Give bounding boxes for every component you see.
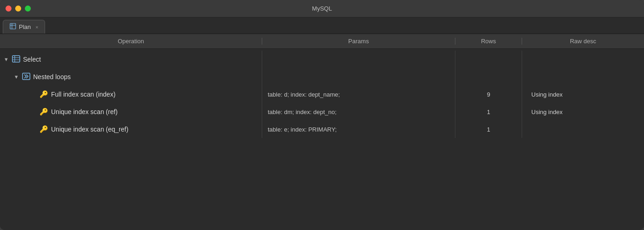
table-row[interactable]: ▼ Select bbox=[0, 51, 644, 68]
unique-ref-label: Unique index scan (ref) bbox=[51, 108, 118, 115]
row-operation-nested: ▼ Nested loops bbox=[0, 68, 262, 86]
row-rawdesc-full-index: Using index bbox=[522, 86, 644, 103]
tree-content: ▼ Select ▼ bbox=[0, 49, 644, 230]
col-header-rows: Rows bbox=[455, 38, 522, 45]
minimize-button[interactable] bbox=[15, 6, 21, 12]
col-header-params: Params bbox=[262, 38, 455, 45]
row-params-unique-ref: table: dm; index: dept_no; bbox=[262, 103, 455, 121]
row-operation-select: ▼ Select bbox=[0, 51, 262, 68]
select-icon bbox=[12, 55, 20, 64]
tab-plan-icon bbox=[10, 23, 16, 31]
row-rawdesc-unique-ref: Using index bbox=[522, 103, 644, 121]
row-params-unique-eqref: table: e; index: PRIMARY; bbox=[262, 121, 455, 138]
expand-arrow-unique-eqref: ▶ bbox=[31, 126, 38, 132]
table-row[interactable]: ▶ 🔑 Full index scan (index) table: d; in… bbox=[0, 86, 644, 103]
row-rawdesc-select bbox=[522, 51, 644, 68]
row-rows-nested bbox=[455, 68, 522, 86]
title-bar: MySQL bbox=[0, 0, 644, 17]
row-rows-select bbox=[455, 51, 522, 68]
expand-arrow-select[interactable]: ▼ bbox=[4, 57, 10, 62]
key-icon-unique-ref: 🔑 bbox=[40, 108, 48, 116]
table-row[interactable]: ▶ 🔑 Unique index scan (eq_ref) table: e;… bbox=[0, 121, 644, 138]
table-row[interactable]: ▶ 🔑 Unique index scan (ref) table: dm; i… bbox=[0, 103, 644, 121]
app-window: MySQL Plan × Operation Params Rows Raw d… bbox=[0, 0, 644, 230]
row-rows-unique-eqref: 1 bbox=[455, 121, 522, 138]
traffic-lights bbox=[6, 6, 31, 12]
nested-loops-icon bbox=[22, 73, 30, 81]
row-params-select bbox=[262, 51, 455, 68]
row-params-nested bbox=[262, 68, 455, 86]
tab-close-icon[interactable]: × bbox=[35, 24, 38, 30]
row-rawdesc-unique-eqref bbox=[522, 121, 644, 138]
column-headers: Operation Params Rows Raw desc bbox=[0, 34, 644, 49]
expand-arrow-nested[interactable]: ▼ bbox=[14, 74, 20, 80]
window-title: MySQL bbox=[312, 5, 332, 12]
svg-rect-3 bbox=[12, 56, 20, 62]
col-header-operation: Operation bbox=[0, 38, 262, 45]
select-label: Select bbox=[23, 56, 41, 63]
row-operation-full-index: ▶ 🔑 Full index scan (index) bbox=[0, 86, 262, 103]
svg-rect-0 bbox=[10, 23, 16, 29]
table-row[interactable]: ▼ Nested loops bbox=[0, 68, 644, 86]
row-rawdesc-nested bbox=[522, 68, 644, 86]
row-operation-unique-eqref: ▶ 🔑 Unique index scan (eq_ref) bbox=[0, 121, 262, 138]
row-operation-unique-ref: ▶ 🔑 Unique index scan (ref) bbox=[0, 103, 262, 121]
tab-plan-label: Plan bbox=[19, 23, 31, 30]
close-button[interactable] bbox=[6, 6, 12, 12]
full-index-label: Full index scan (index) bbox=[51, 91, 115, 98]
tab-bar: Plan × bbox=[0, 17, 644, 34]
key-icon-full-index: 🔑 bbox=[40, 90, 48, 98]
expand-arrow-unique-ref: ▶ bbox=[31, 109, 38, 115]
row-rows-full-index: 9 bbox=[455, 86, 522, 103]
row-params-full-index: table: d; index: dept_name; bbox=[262, 86, 455, 103]
unique-eqref-label: Unique index scan (eq_ref) bbox=[51, 126, 128, 133]
tab-plan[interactable]: Plan × bbox=[3, 20, 45, 34]
key-icon-unique-eqref: 🔑 bbox=[40, 125, 48, 133]
nested-loops-label: Nested loops bbox=[33, 73, 71, 80]
col-header-rawdesc: Raw desc bbox=[522, 38, 644, 45]
expand-arrow-full-index: ▶ bbox=[31, 92, 38, 98]
row-rows-unique-ref: 1 bbox=[455, 103, 522, 121]
maximize-button[interactable] bbox=[25, 6, 31, 12]
